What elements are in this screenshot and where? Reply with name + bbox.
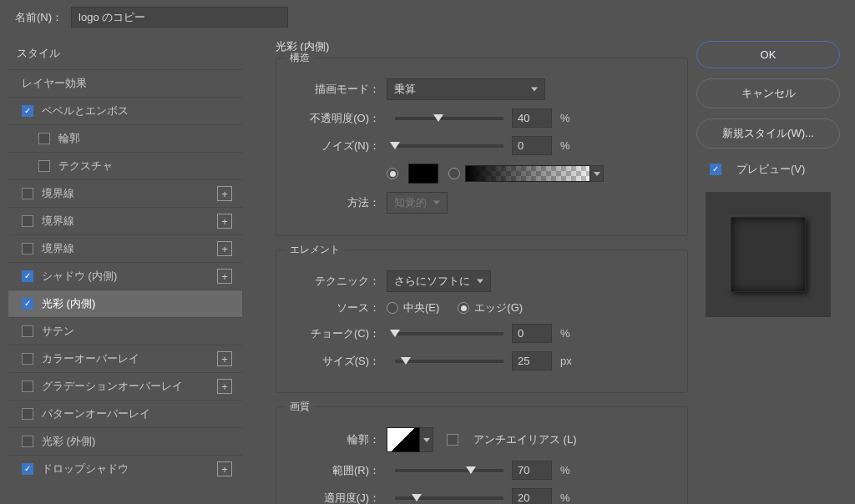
sidebar-blending-options[interactable]: レイヤー効果 bbox=[8, 69, 242, 97]
sidebar-item-satin[interactable]: サテン bbox=[8, 317, 242, 345]
check-icon[interactable] bbox=[22, 298, 33, 310]
structure-title: 構造 bbox=[285, 51, 315, 65]
chevron-down-icon[interactable] bbox=[420, 427, 433, 452]
quality-title: 画質 bbox=[285, 400, 315, 414]
px-unit: px bbox=[560, 355, 572, 367]
choke-label: チョーク(C)： bbox=[288, 326, 380, 341]
plus-icon[interactable]: + bbox=[217, 351, 232, 366]
name-label: 名前(N)： bbox=[15, 10, 63, 25]
range-value[interactable]: 70 bbox=[512, 461, 552, 480]
structure-group: 構造 描画モード： 乗算 不透明度(O)： 40 % ノイズ(N)： 0 % bbox=[276, 58, 688, 236]
sidebar-item-bevel[interactable]: ベベルとエンボス bbox=[8, 97, 242, 124]
panel-title: 光彩 (内側) bbox=[276, 39, 688, 54]
preview-label: プレビュー(V) bbox=[736, 162, 805, 177]
sidebar-item-label: パターンオーバーレイ bbox=[42, 406, 150, 421]
sidebar-header: スタイル bbox=[8, 38, 242, 69]
sidebar-item-label: 光彩 (外側) bbox=[42, 434, 95, 449]
gradient-swatch[interactable] bbox=[465, 165, 590, 182]
plus-icon[interactable]: + bbox=[217, 186, 232, 201]
source-edge-radio[interactable] bbox=[458, 302, 469, 314]
antialias-checkbox[interactable] bbox=[447, 434, 458, 446]
range-label: 範囲(R)： bbox=[288, 463, 380, 478]
glow-color-swatch[interactable] bbox=[408, 164, 438, 184]
range-slider[interactable] bbox=[395, 469, 503, 472]
sidebar-item-label: 境界線 bbox=[42, 186, 74, 201]
size-slider[interactable] bbox=[395, 360, 503, 363]
technique-dropdown[interactable]: さらにソフトに bbox=[387, 270, 491, 292]
checkbox[interactable] bbox=[22, 408, 33, 420]
plus-icon[interactable]: + bbox=[217, 461, 232, 476]
preview-thumbnail bbox=[706, 192, 831, 317]
sidebar-item-drop-shadow[interactable]: ドロップシャドウ + bbox=[8, 455, 242, 482]
elements-title: エレメント bbox=[285, 243, 345, 257]
contour-label: 輪郭： bbox=[288, 432, 380, 447]
noise-label: ノイズ(N)： bbox=[288, 139, 380, 154]
pct-unit: % bbox=[560, 327, 570, 340]
blend-mode-dropdown[interactable]: 乗算 bbox=[387, 78, 545, 100]
checkbox[interactable] bbox=[22, 381, 33, 392]
jitter-value[interactable]: 20 bbox=[512, 488, 552, 504]
blend-mode-label: 描画モード： bbox=[288, 82, 380, 97]
cancel-button[interactable]: キャンセル bbox=[696, 78, 840, 108]
plus-icon[interactable]: + bbox=[217, 214, 232, 229]
size-value[interactable]: 25 bbox=[512, 351, 552, 370]
contour-curve[interactable] bbox=[387, 427, 420, 452]
method-label: 方法： bbox=[288, 195, 380, 210]
chevron-down-icon[interactable] bbox=[590, 165, 604, 182]
color-radio[interactable] bbox=[387, 168, 398, 179]
sidebar-item-label: ベベルとエンボス bbox=[42, 103, 129, 118]
source-center-radio[interactable] bbox=[387, 302, 398, 314]
opacity-value[interactable]: 40 bbox=[512, 108, 552, 128]
ok-button[interactable]: OK bbox=[696, 41, 840, 68]
sidebar-item-contour[interactable]: 輪郭 bbox=[8, 124, 242, 152]
sidebar-item-label: レイヤー効果 bbox=[22, 76, 87, 91]
sidebar-item-color-overlay[interactable]: カラーオーバーレイ + bbox=[8, 345, 242, 372]
sidebar-item-label: 輪郭 bbox=[58, 131, 80, 146]
choke-slider[interactable] bbox=[395, 332, 503, 335]
sidebar-item-inner-glow[interactable]: 光彩 (内側) bbox=[8, 290, 242, 317]
sidebar-item-texture[interactable]: テクスチャ bbox=[8, 152, 242, 179]
source-label: ソース： bbox=[288, 300, 380, 315]
new-style-button[interactable]: 新規スタイル(W)... bbox=[696, 118, 840, 149]
check-icon[interactable] bbox=[22, 463, 33, 475]
sidebar-item-label: 境界線 bbox=[42, 214, 74, 229]
preview-checkbox[interactable] bbox=[710, 164, 721, 175]
sidebar-item-label: 境界線 bbox=[42, 241, 74, 256]
quality-group: 画質 輪郭： アンチエイリアス (L) 範囲(R)： 70 % 適用度(J)： … bbox=[276, 406, 688, 504]
sidebar-item-label: テクスチャ bbox=[58, 159, 113, 174]
sidebar-item-gradient-overlay[interactable]: グラデーションオーバーレイ + bbox=[8, 372, 242, 400]
checkbox[interactable] bbox=[22, 215, 33, 227]
checkbox[interactable] bbox=[38, 160, 50, 172]
check-icon[interactable] bbox=[22, 105, 33, 117]
sidebar-item-outer-glow[interactable]: 光彩 (外側) bbox=[8, 427, 242, 455]
checkbox[interactable] bbox=[22, 353, 33, 365]
gradient-radio[interactable] bbox=[448, 168, 460, 179]
plus-icon[interactable]: + bbox=[217, 241, 232, 256]
checkbox[interactable] bbox=[22, 243, 33, 255]
noise-slider[interactable] bbox=[395, 144, 503, 148]
opacity-slider[interactable] bbox=[395, 117, 503, 120]
sidebar-item-label: グラデーションオーバーレイ bbox=[42, 379, 183, 394]
choke-value[interactable]: 0 bbox=[512, 324, 552, 343]
name-input[interactable] bbox=[71, 7, 288, 28]
sidebar-item-stroke3[interactable]: 境界線 + bbox=[8, 234, 242, 262]
sidebar-item-inner-shadow[interactable]: シャドウ (内側) + bbox=[8, 262, 242, 290]
checkbox[interactable] bbox=[38, 133, 50, 144]
sidebar-item-label: シャドウ (内側) bbox=[42, 269, 117, 284]
sidebar-item-label: 光彩 (内側) bbox=[42, 296, 95, 311]
checkbox[interactable] bbox=[22, 188, 33, 199]
plus-icon[interactable]: + bbox=[217, 269, 232, 284]
check-icon[interactable] bbox=[22, 270, 33, 282]
jitter-slider[interactable] bbox=[395, 496, 503, 500]
jitter-label: 適用度(J)： bbox=[288, 491, 380, 505]
checkbox[interactable] bbox=[22, 325, 33, 337]
noise-value[interactable]: 0 bbox=[512, 136, 552, 155]
style-sidebar: スタイル レイヤー効果 ベベルとエンボス 輪郭 テクスチャ 境界線 + 境界線 … bbox=[8, 38, 242, 504]
sidebar-item-stroke2[interactable]: 境界線 + bbox=[8, 207, 242, 234]
checkbox[interactable] bbox=[22, 436, 33, 447]
sidebar-item-stroke1[interactable]: 境界線 + bbox=[8, 179, 242, 207]
sidebar-item-pattern-overlay[interactable]: パターンオーバーレイ bbox=[8, 400, 242, 427]
pct-unit: % bbox=[560, 491, 570, 504]
pct-unit: % bbox=[560, 139, 570, 152]
plus-icon[interactable]: + bbox=[217, 379, 232, 394]
